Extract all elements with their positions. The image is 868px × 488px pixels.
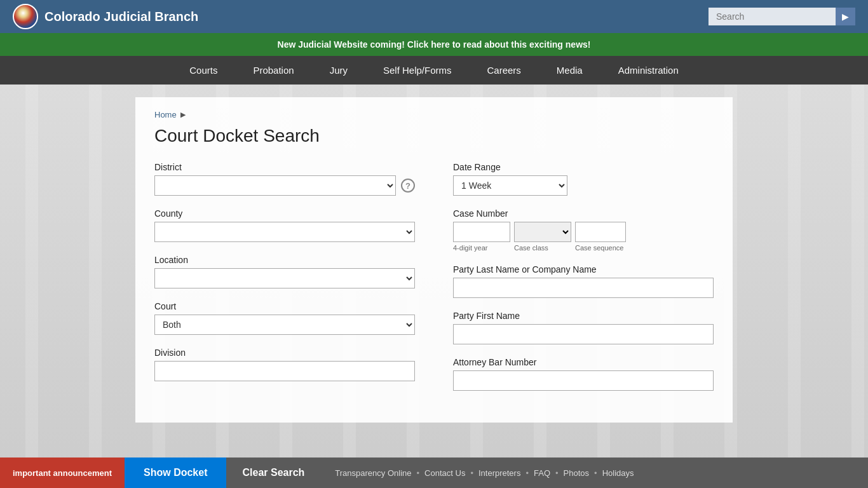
district-group: District ? [154, 162, 415, 196]
court-select[interactable]: Both District Court County Court [154, 315, 415, 335]
footer: important announcement Show Docket Clear… [0, 458, 868, 488]
division-label: Division [154, 348, 415, 358]
content-card: Home ▶ Court Docket Search District [135, 97, 733, 423]
party-last-name-input[interactable] [453, 278, 714, 298]
search-input[interactable] [709, 8, 836, 25]
district-label: District [154, 162, 415, 172]
clear-search-button[interactable]: Clear Search [226, 458, 320, 488]
important-announcement-button[interactable]: important announcement [0, 458, 125, 488]
header-search: ▶ [709, 8, 855, 25]
announcement-bar[interactable]: New Judicial Website coming! Click here … [0, 33, 868, 56]
county-group: County [154, 208, 415, 242]
footer-link-photos[interactable]: Photos [559, 468, 594, 478]
nav-item-jury[interactable]: Jury [312, 56, 365, 85]
background-area: Courts Probation Jury Self Help/Forms Ca… [0, 56, 868, 473]
date-range-label: Date Range [453, 162, 714, 172]
nav-item-careers[interactable]: Careers [470, 56, 539, 85]
page-title: Court Docket Search [154, 126, 714, 146]
nav-item-courts[interactable]: Courts [172, 56, 235, 85]
breadcrumb-arrow: ▶ [180, 111, 186, 119]
district-row: ? [154, 175, 415, 196]
case-class-sublabel: Case class [514, 244, 571, 252]
division-group: Division [154, 348, 415, 381]
party-first-name-input[interactable] [453, 324, 714, 344]
attorney-bar-input[interactable] [453, 370, 714, 391]
party-first-name-group: Party First Name [453, 311, 714, 344]
location-group: Location [154, 255, 415, 288]
case-year-sublabel: 4-digit year [453, 244, 510, 252]
content-wrapper: Home ▶ Court Docket Search District [0, 97, 868, 473]
case-year-input[interactable] [453, 222, 510, 242]
case-number-group: Case Number 4-digit year Case class [453, 208, 714, 252]
case-sequence-col: Case sequence [575, 222, 626, 252]
case-class-col: Case class [514, 222, 571, 252]
nav-item-media[interactable]: Media [539, 56, 600, 85]
district-select[interactable] [154, 175, 396, 196]
search-form: District ? County [154, 162, 714, 403]
footer-links: Transparency Online • Contact Us • Inter… [320, 458, 868, 488]
footer-link-interpreters[interactable]: Interpreters [473, 468, 526, 478]
footer-link-faq[interactable]: FAQ [529, 468, 555, 478]
case-sequence-input[interactable] [575, 222, 626, 242]
show-docket-button[interactable]: Show Docket [125, 458, 226, 488]
form-right-column: Date Range 1 Week 2 Weeks 1 Month 3 Mont… [453, 162, 714, 403]
logo-icon [13, 4, 38, 29]
attorney-bar-group: Attorney Bar Number [453, 357, 714, 391]
header: Colorado Judicial Branch ▶ [0, 0, 868, 33]
breadcrumb-home[interactable]: Home [154, 110, 177, 119]
header-logo: Colorado Judicial Branch [13, 4, 198, 29]
location-label: Location [154, 255, 415, 265]
location-select[interactable] [154, 268, 415, 288]
footer-link-transparency[interactable]: Transparency Online [330, 468, 416, 478]
case-sequence-sublabel: Case sequence [575, 244, 626, 252]
date-range-group: Date Range 1 Week 2 Weeks 1 Month 3 Mont… [453, 162, 714, 196]
navigation: Courts Probation Jury Self Help/Forms Ca… [0, 56, 868, 85]
nav-item-probation[interactable]: Probation [235, 56, 311, 85]
party-last-name-label: Party Last Name or Company Name [453, 264, 714, 274]
party-last-name-group: Party Last Name or Company Name [453, 264, 714, 298]
search-button[interactable]: ▶ [836, 8, 855, 25]
attorney-bar-label: Attorney Bar Number [453, 357, 714, 367]
case-number-label: Case Number [453, 208, 714, 219]
court-label: Court [154, 301, 415, 311]
breadcrumb: Home ▶ [154, 110, 714, 119]
footer-link-holidays[interactable]: Holidays [597, 468, 639, 478]
court-group: Court Both District Court County Court [154, 301, 415, 335]
case-number-row: 4-digit year Case class Case sequence [453, 222, 714, 252]
site-title: Colorado Judicial Branch [44, 10, 198, 24]
nav-item-self-help[interactable]: Self Help/Forms [365, 56, 470, 85]
nav-item-administration[interactable]: Administration [600, 56, 696, 85]
county-label: County [154, 208, 415, 219]
district-info-icon[interactable]: ? [401, 179, 415, 193]
county-select[interactable] [154, 222, 415, 242]
case-class-select[interactable] [514, 222, 571, 242]
party-first-name-label: Party First Name [453, 311, 714, 321]
form-left-column: District ? County [154, 162, 415, 403]
case-year-col: 4-digit year [453, 222, 510, 252]
footer-link-contact[interactable]: Contact Us [419, 468, 470, 478]
date-range-select[interactable]: 1 Week 2 Weeks 1 Month 3 Months [453, 175, 567, 196]
division-input[interactable] [154, 361, 415, 381]
